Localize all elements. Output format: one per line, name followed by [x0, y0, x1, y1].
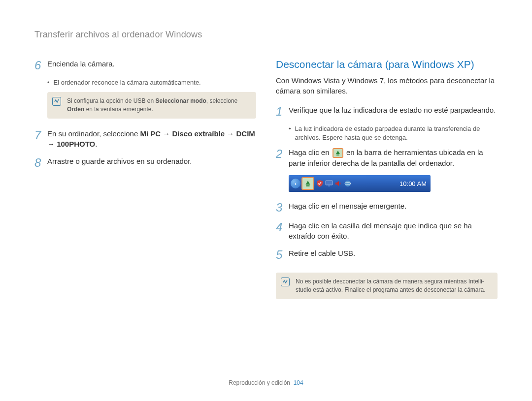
- svg-rect-2: [326, 181, 332, 185]
- section-heading: Desconectar la cámara (para Windows XP): [276, 59, 498, 70]
- step-text: Haga clic en en la barra de herramientas…: [289, 147, 498, 168]
- step-3: 3 Haga clic en el mensaje emergente.: [276, 201, 498, 214]
- step-number: 6: [34, 59, 47, 71]
- note-text: No es posible desconectar la cámara de m…: [296, 278, 486, 293]
- note-bold-1: Seleccionar modo: [155, 97, 206, 104]
- content-columns: 6 Encienda la cámara. • El ordenador rec…: [34, 59, 498, 309]
- section-intro: Con Windows Vista y Windows 7, los métod…: [276, 75, 498, 96]
- step-1: 1 Verifique que la luz indicadora de est…: [276, 105, 498, 118]
- note-box-intellistudio: No es posible desconectar la cámara de m…: [276, 273, 498, 299]
- svg-rect-3: [328, 185, 330, 186]
- step-text: Retire el cable USB.: [289, 248, 498, 258]
- note-text-pre: Si configura la opción de USB en: [67, 97, 155, 104]
- step-number: 8: [34, 156, 47, 169]
- note-text-mid: , seleccione: [206, 97, 237, 104]
- bullet-text: La luz indicadora de estado parpadea dur…: [295, 124, 498, 142]
- svg-rect-0: [336, 154, 339, 155]
- step-5: 5 Retire el cable USB.: [276, 248, 498, 261]
- step-text: Verifique que la luz indicadora de estad…: [289, 105, 498, 115]
- left-column: 6 Encienda la cámara. • El ordenador rec…: [34, 59, 256, 309]
- step-number: 5: [276, 248, 289, 261]
- step-number: 4: [276, 220, 289, 233]
- step-6-bullet: • El ordenador reconoce la cámara automá…: [47, 78, 256, 87]
- step7-b1: Mi PC: [140, 129, 161, 138]
- step-number: 2: [276, 147, 289, 160]
- step7-b4: 100PHOTO: [57, 140, 95, 148]
- step-6: 6 Encienda la cámara.: [34, 59, 256, 71]
- taskbar-screenshot: ‹ 10:00 AM: [289, 175, 431, 192]
- bullet-dot: •: [289, 124, 291, 133]
- step-1-bullet: • La luz indicadora de estado parpadea d…: [289, 124, 498, 142]
- footer-page-number: 104: [294, 379, 303, 386]
- step-text: Arrastre o guarde archivos en su ordenad…: [47, 156, 256, 166]
- taskbar-safely-remove-icon: [301, 177, 314, 190]
- step-text: Haga clic en el mensaje emergente.: [289, 201, 498, 211]
- page-header: Transferir archivos al ordenador Windows: [34, 30, 498, 40]
- step7-b3: DCIM: [236, 129, 255, 138]
- note-box-usb: Si configura la opción de USB en Selecci…: [47, 92, 256, 119]
- step7-post: .: [95, 140, 97, 148]
- note-icon: [281, 278, 290, 286]
- step-text: Encienda la cámara.: [47, 59, 256, 69]
- step-number: 7: [34, 128, 47, 141]
- note-text-post: en la ventana emergente.: [84, 106, 153, 113]
- tray-shield-icon: [316, 180, 324, 187]
- bullet-dot: •: [47, 78, 50, 87]
- svg-point-4: [345, 181, 351, 186]
- arrow: →: [161, 129, 172, 138]
- safely-remove-icon: [332, 148, 343, 158]
- note-icon: [52, 97, 61, 106]
- step7-b2: Disco extraíble: [172, 129, 225, 138]
- step-8: 8 Arrastre o guarde archivos en su orden…: [34, 156, 256, 169]
- tray-monitor-icon: [325, 180, 333, 187]
- step-number: 3: [276, 201, 289, 214]
- bullet-text: El ordenador reconoce la cámara automáti…: [54, 78, 201, 87]
- arrow: →: [225, 129, 236, 138]
- tray-icons-group: [316, 180, 352, 187]
- right-column: Desconectar la cámara (para Windows XP) …: [276, 59, 498, 309]
- taskbar-expand-icon: ‹: [291, 179, 300, 188]
- step7-pre: En su ordinador, seleccione: [47, 129, 140, 138]
- step-4: 4 Haga clic en la casilla del mensaje qu…: [276, 220, 498, 241]
- step-text: En su ordinador, seleccione Mi PC → Disc…: [47, 128, 256, 149]
- arrow: →: [47, 140, 57, 148]
- step-text: Haga clic en la casilla del mensaje que …: [289, 220, 498, 241]
- taskbar-clock: 10:00 AM: [399, 180, 427, 187]
- note-bold-2: Orden: [67, 106, 84, 113]
- step-2: 2 Haga clic en en la barra de herramient…: [276, 147, 498, 168]
- step2-pre: Haga clic en: [289, 148, 332, 156]
- tray-network-icon: [344, 180, 352, 187]
- step-number: 1: [276, 105, 289, 118]
- tray-volume-icon: [334, 180, 342, 187]
- footer-section: Reproducción y edición: [229, 379, 290, 386]
- page-footer: Reproducción y edición 104: [0, 379, 532, 386]
- step-7: 7 En su ordinador, seleccione Mi PC → Di…: [34, 128, 256, 149]
- svg-rect-1: [306, 185, 310, 186]
